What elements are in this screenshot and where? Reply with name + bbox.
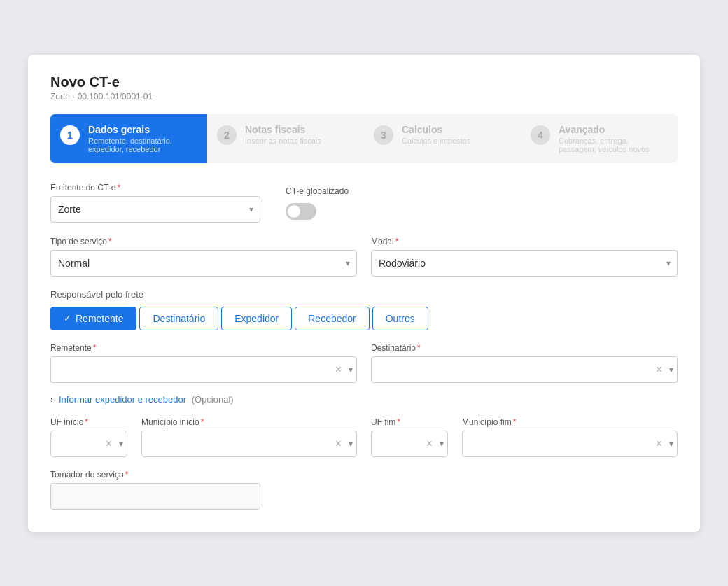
toggle-slider [286, 203, 316, 220]
municipio-fim-actions: × ▾ [653, 435, 676, 452]
main-card: Novo CT-e Zorte - 00.100.101/0001-01 1 D… [28, 55, 700, 532]
emitente-select-wrap: Zorte [50, 196, 260, 223]
step-number-calculos: 3 [374, 125, 393, 145]
destinatario-dropdown[interactable]: ▾ [666, 363, 676, 377]
uf-inicio-dropdown[interactable]: ▾ [116, 437, 126, 451]
destinatario-label: Destinatário* [371, 343, 678, 353]
municipio-fim-dropdown[interactable]: ▾ [666, 437, 676, 451]
remetente-actions: × ▾ [332, 361, 356, 378]
step-desc-avancado: Cobranças, entrega, passagem, veículos n… [559, 137, 665, 153]
municipio-fim-combo: Porto Belo × ▾ [462, 431, 678, 457]
municipio-inicio-label: Município início* [141, 417, 357, 427]
step-calculos[interactable]: 3 Calculos Calculos e impostos [364, 114, 521, 163]
chevron-right-icon: › [50, 394, 53, 405]
tipo-servico-select-wrap: Normal Subcontratação Redespacho Redespa… [50, 250, 357, 277]
municipio-inicio-clear[interactable]: × [332, 435, 344, 452]
expedidor-link-row: › Informar expedidor e recebedor (Opcion… [50, 394, 678, 405]
steps-bar: 1 Dados gerais Remetente, destinatário, … [50, 114, 678, 163]
step-dados-gerais[interactable]: 1 Dados gerais Remetente, destinatário, … [50, 114, 207, 163]
uf-inicio-combo: MT × ▾ [50, 431, 127, 457]
uf-fim-actions: × ▾ [424, 435, 447, 452]
modal-select[interactable]: Rodoviário Aéreo Aquaviário Ferroviário … [371, 250, 678, 277]
expedidor-link[interactable]: Informar expedidor e recebedor [59, 394, 186, 405]
uf-fim-clear[interactable]: × [424, 435, 435, 452]
check-icon: ✓ [64, 313, 71, 323]
municipio-inicio-combo: Rondonópolis × ▾ [141, 431, 357, 457]
tomador-label: Tomador do serviço* [50, 470, 288, 480]
step-desc-notas-fiscais: Inserir as notas fiscais [245, 137, 321, 145]
uf-inicio-actions: × ▾ [103, 435, 126, 452]
modal-select-wrap: Rodoviário Aéreo Aquaviário Ferroviário … [371, 250, 678, 277]
step-notas-fiscais[interactable]: 2 Notas fiscais Inserir as notas fiscais [207, 114, 364, 163]
destinatario-combo: Cliente B - 10.100.000/0001-10 × ▾ [371, 356, 678, 383]
remetente-dropdown[interactable]: ▾ [346, 363, 356, 377]
step-label-notas-fiscais: Notas fiscais [245, 124, 321, 135]
emitente-select[interactable]: Zorte [50, 196, 260, 223]
municipio-fim-clear[interactable]: × [653, 435, 665, 452]
step-label-calculos: Calculos [402, 124, 470, 135]
step-label-avancado: Avançado [559, 124, 665, 135]
emitente-label: Emitente do CT-e* [50, 183, 260, 193]
modal-label: Modal* [371, 237, 678, 246]
tipo-servico-label: Tipo de serviço* [50, 237, 357, 246]
municipio-inicio-dropdown[interactable]: ▾ [346, 437, 356, 451]
expedidor-optional: (Opcional) [192, 394, 234, 405]
remetente-input[interactable]: Cliente A - 10.100.000/0001-10 [50, 356, 357, 383]
uf-fim-combo: SC × ▾ [371, 431, 448, 457]
tab-destinatario[interactable]: Destinatário [139, 307, 218, 330]
municipio-fim-input[interactable]: Porto Belo [462, 431, 678, 457]
cte-globalizado-toggle[interactable] [286, 203, 316, 220]
uf-inicio-label: UF início* [50, 417, 127, 427]
tomador-input: Cliente A - 10.100.000/0001-10 [50, 483, 260, 510]
uf-fim-label: UF fim* [371, 417, 448, 427]
page-subtitle: Zorte - 00.100.101/0001-01 [50, 92, 678, 102]
tab-expedidor[interactable]: Expedidor [221, 307, 292, 330]
tab-recebedor[interactable]: Recebedor [295, 307, 370, 330]
step-number-avancado: 4 [531, 125, 550, 145]
remetente-clear[interactable]: × [332, 361, 344, 378]
municipio-inicio-actions: × ▾ [332, 435, 356, 452]
step-desc-calculos: Calculos e impostos [402, 137, 470, 145]
destinatario-actions: × ▾ [653, 361, 676, 378]
tab-remetente[interactable]: ✓ Remetente [50, 307, 136, 330]
page-title: Novo CT-e [50, 74, 678, 90]
step-desc-dados-gerais: Remetente, destinatário, expedidor, rece… [88, 137, 195, 153]
cte-globalizado-label: CT-e globalizado [286, 186, 349, 196]
uf-fim-dropdown[interactable]: ▾ [437, 437, 447, 451]
tab-outros[interactable]: Outros [372, 307, 428, 330]
step-number-notas-fiscais: 2 [217, 125, 237, 145]
cte-globalizado-group: CT-e globalizado [286, 186, 349, 220]
destinatario-clear[interactable]: × [653, 361, 665, 378]
municipio-inicio-input[interactable]: Rondonópolis [141, 431, 357, 457]
step-label-dados-gerais: Dados gerais [88, 124, 195, 135]
remetente-combo: Cliente A - 10.100.000/0001-10 × ▾ [50, 356, 357, 383]
step-avancado[interactable]: 4 Avançado Cobranças, entrega, passagem,… [521, 114, 678, 163]
responsavel-label: Responsável pelo frete [50, 289, 678, 300]
destinatario-input[interactable]: Cliente B - 10.100.000/0001-10 [371, 356, 678, 383]
step-number-dados-gerais: 1 [60, 125, 80, 145]
responsavel-tabs: ✓ RemetenteDestinatárioExpedidorRecebedo… [50, 307, 678, 330]
remetente-label: Remetente* [50, 343, 357, 353]
uf-inicio-clear[interactable]: × [103, 435, 115, 452]
tipo-servico-select[interactable]: Normal Subcontratação Redespacho Redespa… [50, 250, 357, 277]
municipio-fim-label: Município fim* [462, 417, 678, 427]
